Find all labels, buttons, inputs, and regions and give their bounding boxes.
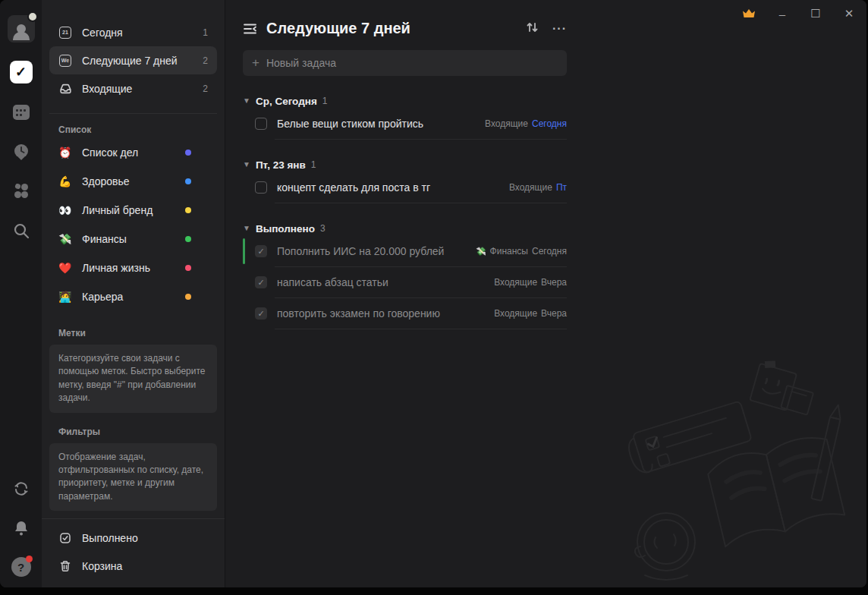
page-title: Следующие 7 дней (266, 20, 526, 37)
list-color-dot (185, 178, 191, 184)
task-date: Пт (556, 182, 567, 193)
sidebar-list-personal[interactable]: ❤️ Личная жизнь (49, 253, 217, 282)
task-checkbox[interactable] (255, 118, 267, 130)
alarm-clock-emoji: ⏰ (58, 146, 74, 159)
sidebar-list-finance[interactable]: 💸 Финансы (49, 225, 217, 253)
sidebar-item-trash[interactable]: Корзина (49, 552, 217, 580)
technologist-emoji: 🧑‍💻 (58, 291, 74, 303)
heart-emoji: ❤️ (58, 262, 74, 274)
pomodoro-clock-icon[interactable] (11, 141, 32, 162)
close-button[interactable]: ✕ (836, 3, 862, 24)
biceps-emoji: 💪 (58, 175, 74, 187)
filters-hint-card: Отображение задач, отфильтрованных по сп… (49, 443, 217, 512)
collapse-sidebar-icon[interactable] (243, 23, 257, 35)
habit-grid-icon[interactable] (11, 181, 32, 202)
tags-hint-card: Категоризуйте свои задачи с помощью мето… (49, 345, 217, 413)
task-date: Вчера (541, 277, 567, 288)
task-list-content: Следующие 7 дней ··· + Новый задача ▼ Ср… (243, 0, 567, 329)
task-row[interactable]: ✓ Пополнить ИИС на 20.000 рублей 💸 Финан… (243, 236, 567, 266)
sync-icon[interactable] (11, 478, 32, 499)
task-list-name: Финансы (490, 246, 528, 257)
task-date: Сегодня (532, 246, 567, 257)
notifications-bell-icon[interactable] (11, 518, 32, 539)
list-color-dot (185, 150, 191, 156)
avatar-premium-badge (27, 11, 38, 22)
nav-label: Сегодня (82, 27, 203, 39)
window-controls: – ☐ ✕ (736, 3, 862, 24)
sidebar-item-inbox[interactable]: Входящие 2 (49, 74, 217, 102)
main-panel: – ☐ ✕ (226, 0, 866, 587)
sidebar-footer: Выполнено Корзина (42, 518, 225, 587)
eyes-emoji: 👀 (58, 204, 74, 216)
task-date: Вчера (541, 308, 567, 319)
inbox-icon (58, 82, 72, 95)
help-glyph: ? (17, 561, 24, 574)
nav-count: 2 (203, 55, 208, 66)
nav-label: Следующие 7 дней (82, 55, 203, 67)
sidebar-list-health[interactable]: 💪 Здоровье (49, 167, 217, 196)
help-icon[interactable]: ? (11, 557, 31, 577)
list-color-dot (185, 265, 191, 271)
avatar-body (13, 32, 30, 40)
sidebar-list-todo[interactable]: ⏰ Список дел (49, 138, 217, 167)
list-color-bar (243, 238, 245, 264)
sidebar: 21 Сегодня 1 We Следующие 7 дней 2 Входя… (42, 0, 225, 587)
sidebar-list-career[interactable]: 🧑‍💻 Карьера (49, 282, 217, 311)
nav-label: Входящие (82, 83, 203, 95)
list-color-dot (185, 236, 191, 242)
task-checkbox-checked[interactable]: ✓ (255, 245, 267, 257)
chevron-down-icon: ▼ (243, 96, 250, 105)
trash-icon (58, 560, 72, 572)
task-list-name: Входящие (494, 308, 537, 319)
chevron-down-icon: ▼ (243, 224, 250, 232)
sidebar-divider (49, 113, 217, 114)
sort-icon[interactable] (526, 21, 539, 36)
group-header-wednesday[interactable]: ▼ Ср, Сегодня 1 (243, 93, 567, 109)
new-task-input[interactable]: + Новый задача (243, 50, 567, 76)
list-color-dot (185, 207, 191, 213)
more-options-icon[interactable]: ··· (552, 22, 567, 36)
maximize-button[interactable]: ☐ (803, 3, 829, 24)
chevron-down-icon: ▼ (243, 160, 250, 168)
group-header-friday[interactable]: ▼ Пт, 23 янв 1 (243, 157, 567, 172)
nav-count: 2 (203, 83, 208, 94)
main-header: Следующие 7 дней ··· (243, 20, 567, 37)
icon-rail: ✓ ? (0, 0, 42, 587)
task-checkbox-checked[interactable]: ✓ (255, 276, 267, 288)
week-calendar-icon: We (58, 55, 72, 67)
sidebar-list-brand[interactable]: 👀 Личный бренд (49, 196, 217, 225)
task-list-name: Входящие (485, 118, 528, 129)
task-row[interactable]: концепт сделать для поста в тг Входящие … (243, 172, 567, 203)
task-checkbox[interactable] (255, 181, 267, 194)
row-divider (275, 139, 567, 140)
money-wings-emoji: 💸 (476, 247, 486, 257)
new-task-placeholder: Новый задача (266, 57, 336, 69)
tags-section-header: Метки (58, 328, 208, 338)
plus-icon: + (252, 55, 259, 71)
nav-count: 1 (203, 27, 208, 38)
sidebar-item-completed[interactable]: Выполнено (49, 524, 217, 552)
sidebar-item-next7days[interactable]: We Следующие 7 дней 2 (49, 46, 217, 74)
app-window: ✓ ? (0, 0, 866, 587)
filters-section-header: Фильтры (58, 427, 208, 437)
premium-crown-icon[interactable] (736, 3, 762, 24)
minimize-button[interactable]: – (769, 3, 795, 24)
background-doodle (616, 322, 866, 587)
task-list-name: Входящие (494, 277, 537, 288)
tasks-icon[interactable]: ✓ (10, 61, 33, 83)
task-row[interactable]: Белые вещи стиком пройтись Входящие Сего… (243, 109, 567, 139)
calendar-icon[interactable] (11, 102, 32, 123)
help-badge (26, 556, 33, 562)
check-square-icon (58, 532, 72, 544)
search-icon[interactable] (11, 220, 32, 241)
sidebar-item-today[interactable]: 21 Сегодня 1 (49, 18, 217, 46)
task-checkbox-checked[interactable]: ✓ (255, 307, 267, 320)
list-color-dot (185, 294, 191, 300)
row-divider (275, 203, 567, 203)
user-avatar[interactable] (8, 15, 35, 42)
group-header-completed[interactable]: ▼ Выполнено 3 (243, 221, 567, 236)
today-calendar-icon: 21 (58, 27, 72, 39)
task-row[interactable]: ✓ написать абзац статьи Входящие Вчера (243, 267, 567, 298)
lists-section-header: Список (58, 124, 208, 135)
task-row[interactable]: ✓ повторить экзамен по говорению Входящи… (243, 298, 567, 329)
